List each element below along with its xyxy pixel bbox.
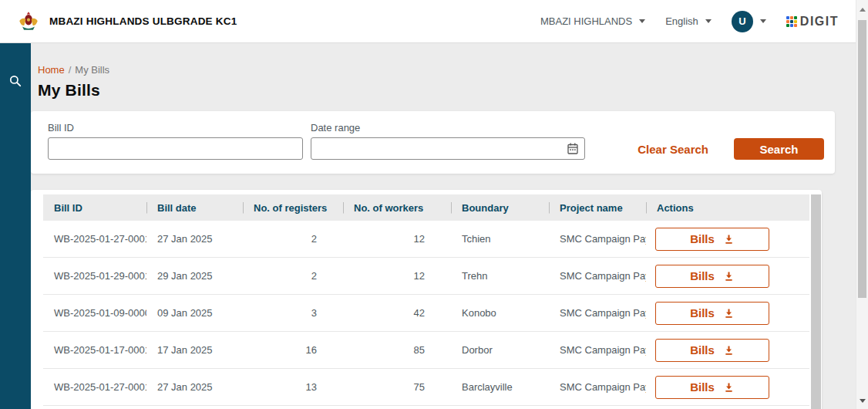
cell-bill-id: WB-2025-01-17-000102 [43,344,146,356]
search-icon[interactable] [8,74,22,88]
language-selector-label: English [665,15,698,27]
cell-bill-date: 29 Jan 2025 [146,270,243,282]
download-icon [723,271,735,282]
table-row: WB-2025-01-09-000073 09 Jan 2025 3 42 Ko… [43,295,809,332]
table-row: WB-2025-01-17-000102 17 Jan 2025 16 85 D… [43,332,809,369]
date-range-input[interactable] [311,137,585,160]
column-header-bill-date: Bill date [146,202,243,214]
cell-actions: Bills [646,265,809,288]
page-scrollbar[interactable] [856,0,868,409]
cell-bill-date: 27 Jan 2025 [146,233,243,245]
date-range-field-group: Date range [311,122,585,160]
search-panel: Bill ID Date range [31,111,835,174]
cell-bill-date: 09 Jan 2025 [146,307,243,319]
city-selector[interactable]: MBAZI HIGHLANDS [540,15,645,27]
header-left: MBAZI HIGHLANDS ULBGRADE KC1 [17,11,237,32]
cell-project-name: SMC Campaign Paym... [549,381,646,393]
digit-logo-text: DIGIT [800,15,839,29]
scrollbar-down-icon[interactable] [860,399,866,403]
table-row: WB-2025-01-27-000118 27 Jan 2025 2 12 Tc… [43,221,809,258]
column-header-bill-id: Bill ID [43,202,146,214]
cell-project-name: SMC Campaign Paym... [549,270,646,282]
avatar[interactable]: U [732,11,753,32]
bills-button-label: Bills [690,380,715,394]
city-selector-label: MBAZI HIGHLANDS [540,15,632,27]
clear-search-button[interactable]: Clear Search [638,143,708,156]
date-range-label: Date range [311,122,585,134]
sidebar [0,43,31,409]
bills-button-label: Bills [690,343,715,357]
breadcrumb-home-link[interactable]: Home [38,64,65,76]
cell-registers: 2 [243,233,343,245]
user-menu[interactable]: U [732,11,766,32]
column-header-workers: No. of workers [343,202,451,214]
bills-download-button[interactable]: Bills [655,265,769,288]
chevron-down-icon [639,19,645,23]
language-selector[interactable]: English [665,15,712,27]
date-range-input-wrap [311,137,585,160]
breadcrumb-separator: / [69,64,72,76]
cell-bill-date: 17 Jan 2025 [146,344,243,356]
breadcrumb: Home/My Bills [38,64,856,76]
bills-download-button[interactable]: Bills [655,228,769,251]
table-body: WB-2025-01-27-000118 27 Jan 2025 2 12 Tc… [43,221,809,406]
cell-bill-date: 27 Jan 2025 [146,381,243,393]
bills-download-button[interactable]: Bills [655,376,769,399]
bill-id-field-group: Bill ID [48,122,303,160]
cell-actions: Bills [646,376,809,399]
download-icon [723,308,735,319]
table-scrollbar[interactable] [811,194,821,409]
cell-bill-id: WB-2025-01-09-000073 [43,307,146,319]
cell-registers: 3 [243,307,343,319]
bill-id-label: Bill ID [48,122,303,134]
cell-bill-id: WB-2025-01-27-000118 [43,233,146,245]
cell-workers: 12 [343,233,451,245]
cell-workers: 42 [343,307,451,319]
scrollbar-up-icon[interactable] [860,8,866,12]
main-content: Home/My Bills My Bills Bill ID Date rang… [31,43,856,409]
bills-button-label: Bills [690,306,715,319]
cell-project-name: SMC Campaign Paym... [549,344,646,356]
bill-id-input[interactable] [48,137,303,160]
cell-actions: Bills [646,228,809,251]
cell-actions: Bills [646,302,809,325]
page-title: My Bills [38,81,856,100]
download-icon [723,345,735,356]
search-actions: Clear Search Search [638,138,824,160]
bills-download-button[interactable]: Bills [655,302,769,325]
table-row: WB-2025-01-29-000123 29 Jan 2025 2 12 Tr… [43,258,809,295]
column-header-boundary: Boundary [451,202,549,214]
bills-table-card: Bill ID Bill date No. of registers No. o… [31,190,822,409]
cell-workers: 12 [343,270,451,282]
download-icon [723,234,735,245]
column-header-registers: No. of registers [243,202,343,214]
cell-boundary: Tchien [451,233,549,245]
calendar-icon[interactable] [567,142,579,155]
page-scrollbar-thumb[interactable] [858,20,866,298]
cell-boundary: Konobo [451,307,549,319]
cell-registers: 13 [243,381,343,393]
cell-boundary: Trehn [451,270,549,282]
cell-project-name: SMC Campaign Paym... [549,307,646,319]
table-row: WB-2025-01-27-000108 27 Jan 2025 13 75 B… [43,369,809,406]
cell-registers: 16 [243,344,343,356]
chevron-down-icon [705,19,712,23]
government-emblem-logo [17,11,40,32]
top-bar: MBAZI HIGHLANDS ULBGRADE KC1 MBAZI HIGHL… [0,0,856,43]
app-window: MBAZI HIGHLANDS ULBGRADE KC1 MBAZI HIGHL… [0,0,868,409]
cell-workers: 75 [343,381,451,393]
bills-download-button[interactable]: Bills [655,339,769,362]
bills-button-label: Bills [690,269,715,282]
cell-actions: Bills [646,339,809,362]
chevron-down-icon [760,19,766,23]
column-header-actions: Actions [646,202,809,214]
cell-boundary: Barclayville [451,381,549,393]
app-title: MBAZI HIGHLANDS ULBGRADE KC1 [49,15,237,27]
cell-project-name: SMC Campaign Paym... [549,233,646,245]
search-button[interactable]: Search [734,138,824,160]
breadcrumb-current: My Bills [75,64,109,76]
digit-logo-dots-icon [786,16,797,27]
cell-boundary: Dorbor [451,344,549,356]
digit-logo: DIGIT [786,15,839,29]
cell-bill-id: WB-2025-01-29-000123 [43,270,146,282]
